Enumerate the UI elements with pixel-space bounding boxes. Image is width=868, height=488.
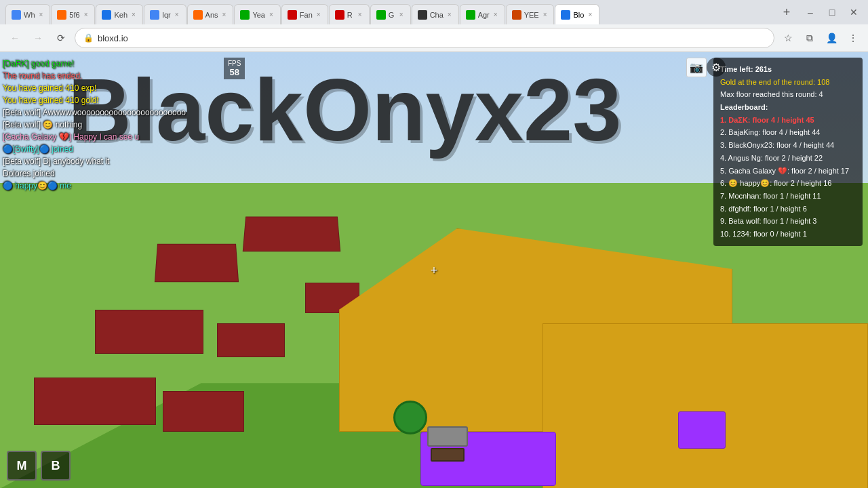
tab-favicon-5 — [240, 10, 250, 20]
browser-tab-11[interactable]: YEE× — [506, 4, 555, 24]
tab-favicon-10 — [466, 10, 475, 20]
fps-label: FPS — [228, 60, 241, 67]
tab-label-11: YEE — [524, 11, 539, 19]
reload-button[interactable]: ⟳ — [52, 28, 71, 47]
tab-label-9: Cha — [430, 11, 443, 19]
chat-line-3: You have gained 410 gold! — [3, 94, 186, 106]
tab-label-8: G — [389, 11, 395, 19]
back-button[interactable]: ← — [5, 28, 24, 47]
window-controls: – □ ✕ — [802, 3, 863, 21]
tab-label-1: 5f6 — [69, 11, 79, 19]
tab-close-2[interactable]: × — [130, 10, 137, 19]
toolbar-right: ☆ ⧉ 👤 ⋮ — [778, 28, 863, 47]
tab-favicon-9 — [418, 10, 427, 20]
tab-favicon-2 — [102, 10, 111, 20]
profile-button[interactable]: 👤 — [822, 28, 841, 47]
browser-tab-0[interactable]: Wh× — [5, 4, 50, 24]
shop-icon-button[interactable]: B — [41, 451, 71, 481]
tab-label-7: R — [347, 11, 353, 19]
crosshair: + — [431, 264, 438, 278]
menu-button[interactable]: ⋮ — [844, 28, 863, 47]
forward-button[interactable]: → — [28, 28, 47, 47]
fps-value: 58 — [228, 67, 241, 77]
close-button[interactable]: ✕ — [845, 3, 863, 21]
tab-close-4[interactable]: × — [221, 10, 228, 19]
leaderboard-entry-6: 7. Mocnhan: floor 1 / height 11 — [720, 190, 856, 203]
browser-tab-7[interactable]: R× — [329, 4, 370, 24]
chat-line-5: [Beta wolf] 😊 nothing — [3, 119, 186, 131]
tab-close-8[interactable]: × — [398, 10, 405, 19]
tab-close-12[interactable]: × — [587, 10, 593, 19]
address-bar[interactable]: 🔒 bloxd.io — [75, 28, 774, 48]
tab-close-6[interactable]: × — [315, 10, 322, 19]
chat-line-0: [DaRK] good game! — [3, 58, 186, 70]
browser-tab-1[interactable]: 5f6× — [51, 4, 95, 24]
tab-favicon-8 — [376, 10, 386, 20]
chat-box: [DaRK] good game!The round has ended.You… — [3, 58, 186, 192]
tab-label-3: Iqr — [162, 11, 171, 19]
tab-manager-button[interactable]: ⧉ — [800, 28, 819, 47]
tab-close-11[interactable]: × — [542, 10, 549, 19]
browser-tab-4[interactable]: Ans× — [187, 4, 234, 24]
browser-tab-3[interactable]: Iqr× — [144, 4, 186, 24]
character — [427, 426, 468, 462]
leaderboard-entry-7: 8. dfghdf: floor 1 / height 6 — [720, 203, 856, 216]
game-area: BlackOnyx23 FPS 58 + [DaRK] good game!Th… — [0, 52, 868, 488]
leaderboard-title: Leaderboard: — [720, 101, 856, 114]
time-left: Time left: 261s — [720, 63, 856, 76]
red-block-4 — [217, 323, 285, 357]
browser-tab-5[interactable]: Yea× — [234, 4, 280, 24]
leaderboard-entry-4: 5. Gacha Galaxy 💔: floor 2 / height 17 — [720, 165, 856, 178]
tab-close-0[interactable]: × — [38, 10, 45, 19]
leaderboard-entry-8: 9. Beta wolf: floor 1 / height 3 — [720, 215, 856, 228]
browser-tab-9[interactable]: Cha× — [412, 4, 459, 24]
max-floor: Max floor reached this round: 4 — [720, 88, 856, 101]
red-block-2 — [243, 216, 341, 251]
tab-favicon-0 — [12, 10, 21, 20]
browser-tab-6[interactable]: Fan× — [281, 4, 328, 24]
fps-counter: FPS 58 — [224, 58, 245, 79]
browser-tab-2[interactable]: Keh× — [96, 4, 142, 24]
leaderboard-entry-1: 2. BajaKing: floor 4 / height 44 — [720, 126, 856, 139]
chat-line-1: The round has ended. — [3, 70, 186, 82]
green-character — [393, 401, 427, 434]
tab-close-10[interactable]: × — [492, 10, 499, 19]
leaderboard-entry-9: 10. 1234: floor 0 / height 1 — [720, 228, 856, 241]
tab-close-5[interactable]: × — [268, 10, 275, 19]
camera-button[interactable]: 📷 — [686, 58, 707, 77]
leaderboard-entry-5: 6. 😊 happy😊: floor 2 / height 16 — [720, 177, 856, 190]
chat-line-8: [Beta wolf] Dj anybody what it — [3, 155, 186, 167]
tab-label-12: Blo — [573, 11, 584, 19]
browser-chrome: Wh×5f6×Keh×Iqr×Ans×Yea×Fan×R×G×Cha×Agr×Y… — [0, 0, 868, 52]
red-block-3 — [95, 310, 203, 354]
tab-close-3[interactable]: × — [174, 10, 180, 19]
bookmark-button[interactable]: ☆ — [778, 28, 797, 47]
maximize-button[interactable]: □ — [823, 3, 841, 21]
chat-line-4: [Beta wolf] Awwwwwoooooooooooooooooooooo… — [3, 106, 186, 119]
chat-line-10: 🔵 happy😊🔵 me — [3, 180, 186, 192]
menu-icon: M — [17, 459, 27, 473]
red-block-6 — [163, 391, 244, 432]
browser-tab-8[interactable]: G× — [370, 4, 411, 24]
camera-icon: 📷 — [690, 62, 703, 73]
settings-button[interactable]: ⚙ — [707, 58, 726, 77]
menu-icon-button[interactable]: M — [7, 451, 37, 481]
tab-close-9[interactable]: × — [446, 10, 453, 19]
new-tab-button[interactable]: + — [777, 3, 796, 22]
tab-close-1[interactable]: × — [83, 10, 90, 19]
tab-close-7[interactable]: × — [357, 10, 363, 19]
tab-favicon-7 — [335, 10, 344, 20]
gold-info: Gold at the end of the round: 108 — [720, 76, 856, 89]
chat-line-9: Dolores joined — [3, 167, 186, 180]
title-bar: Wh×5f6×Keh×Iqr×Ans×Yea×Fan×R×G×Cha×Agr×Y… — [0, 0, 868, 24]
browser-tab-10[interactable]: Agr× — [460, 4, 505, 24]
purple-block-2 — [678, 411, 726, 449]
chat-line-7: 🔵[Swifty]🔵 joined — [3, 143, 186, 155]
tab-favicon-12 — [561, 10, 570, 20]
tab-label-10: Agr — [478, 11, 490, 19]
address-text: bloxd.io — [98, 33, 128, 43]
tab-favicon-4 — [193, 10, 203, 20]
minimize-button[interactable]: – — [802, 3, 819, 21]
browser-tab-12[interactable]: Blo× — [555, 4, 599, 24]
tab-favicon-6 — [288, 10, 297, 20]
